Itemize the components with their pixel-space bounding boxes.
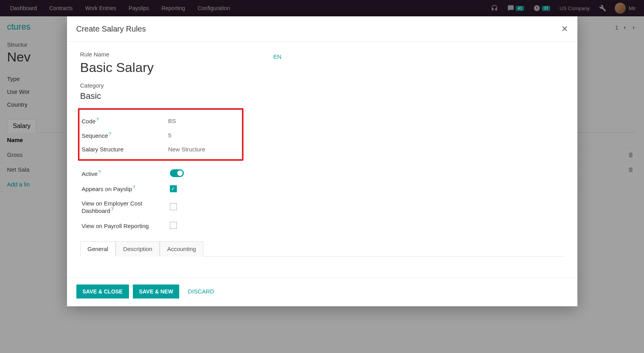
help-icon[interactable]: ? — [96, 117, 99, 122]
help-icon[interactable]: ? — [111, 207, 113, 211]
help-icon[interactable]: ? — [109, 132, 111, 136]
modal-footer: SAVE & CLOSE SAVE & NEW DISCARD — [67, 277, 577, 306]
appears-label: Appears on Payslip? — [80, 185, 170, 192]
modal-body: EN Rule Name Basic Salary Category Basic… — [67, 42, 577, 277]
payroll-reporting-checkbox[interactable] — [170, 222, 177, 229]
category-label: Category — [80, 82, 564, 89]
employer-cost-checkbox[interactable] — [170, 203, 177, 210]
tab-accounting[interactable]: Accounting — [160, 241, 203, 256]
modal-title: Create Salary Rules — [76, 25, 146, 33]
active-label: Active? — [80, 170, 170, 177]
tab-description[interactable]: Description — [116, 241, 160, 256]
salary-structure-label: Salary Structure — [79, 146, 168, 153]
payroll-reporting-label: View on Payroll Reporting — [80, 223, 170, 229]
tab-general[interactable]: General — [80, 241, 116, 256]
active-toggle[interactable] — [170, 169, 184, 177]
category-value[interactable]: Basic — [80, 91, 564, 101]
help-icon[interactable]: ? — [98, 170, 101, 174]
close-button[interactable]: × — [561, 23, 568, 34]
sequence-label: Sequence? — [79, 132, 168, 139]
modal-tabs: General Description Accounting — [80, 241, 564, 256]
modal-header: Create Salary Rules × — [67, 16, 577, 42]
save-new-button[interactable]: SAVE & NEW — [133, 285, 180, 299]
code-value[interactable]: BS — [168, 118, 176, 124]
code-label: Code? — [79, 117, 168, 125]
salary-structure-value[interactable]: New Structure — [168, 146, 205, 153]
help-icon[interactable]: ? — [133, 185, 135, 190]
lang-badge[interactable]: EN — [273, 53, 282, 60]
discard-button[interactable]: DISCARD — [183, 284, 219, 299]
highlighted-fields-box: Code? BS Sequence? 5 Salary Structure Ne… — [78, 108, 243, 161]
appears-checkbox[interactable]: ✓ — [170, 185, 177, 192]
rule-name-value[interactable]: Basic Salary — [80, 60, 564, 75]
rule-name-label: Rule Name — [80, 51, 564, 58]
employer-cost-label: View on Employer Cost Dashboard? — [80, 200, 170, 214]
save-close-button[interactable]: SAVE & CLOSE — [76, 285, 129, 299]
modal-overlay: Create Salary Rules × EN Rule Name Basic… — [0, 0, 644, 353]
modal: Create Salary Rules × EN Rule Name Basic… — [67, 16, 577, 306]
sequence-value[interactable]: 5 — [168, 132, 171, 139]
